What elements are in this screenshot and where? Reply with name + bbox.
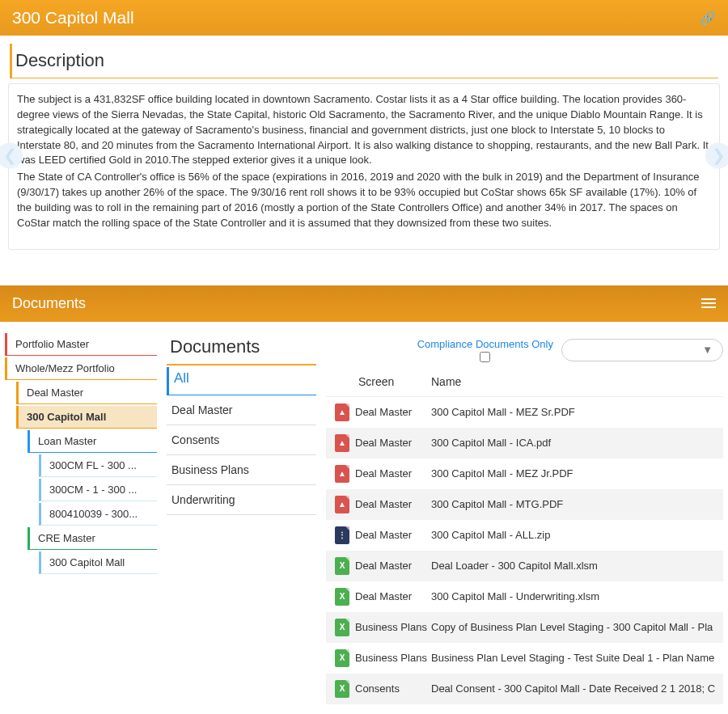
row-name: 300 Capitol Mall - MEZ Sr.PDF	[431, 406, 720, 418]
description-paragraph: The State of CA Controller's office is 5…	[17, 170, 711, 230]
tree-node[interactable]: 800410039 - 300...	[39, 503, 157, 526]
table-row[interactable]: XBusiness PlansBusiness Plan Level Stagi…	[326, 643, 723, 674]
tree-node[interactable]: Loan Master	[28, 430, 157, 453]
table-row[interactable]: XConsentsDeal Consent - 300 Capitol Mall…	[326, 674, 723, 704]
tree-node[interactable]: 300 Capitol Mall	[39, 551, 157, 574]
compliance-label: Compliance Documents Only	[417, 338, 553, 350]
search-input[interactable]: ▼	[561, 339, 723, 361]
tree-node[interactable]: 300CM - 1 - 300 ...	[39, 479, 157, 501]
link-icon[interactable]: 🔗	[700, 11, 716, 26]
page-header: 300 Capitol Mall 🔗	[0, 0, 728, 36]
tree-node[interactable]: 300 Capitol Mall	[16, 406, 157, 429]
row-name: Copy of Business Plan Level Staging - 30…	[431, 621, 720, 633]
row-screen: Deal Master	[355, 406, 431, 418]
description-panel: ❮ ❯ Description The subject is a 431,832…	[0, 36, 728, 266]
description-heading: Description	[10, 44, 718, 78]
row-name: Deal Consent - 300 Capitol Mall - Date R…	[431, 682, 720, 695]
row-name: 300 Capitol Mall - MTG.PDF	[431, 498, 720, 510]
row-screen: Business Plans	[355, 652, 431, 664]
file-icon: ▲	[329, 403, 355, 421]
file-icon: X	[329, 588, 355, 606]
row-name: Business Plan Level Staging - Test Suite…	[431, 652, 720, 664]
compliance-toggle[interactable]: Compliance Documents Only	[417, 338, 553, 362]
tree-node[interactable]: Whole/Mezz Portfolio	[5, 357, 157, 380]
file-icon: X	[329, 619, 355, 636]
table-row[interactable]: XDeal Master300 Capitol Mall - Underwrit…	[326, 581, 723, 612]
table-row[interactable]: ▲Deal Master300 Capitol Mall - ICA.pdf	[326, 428, 723, 458]
documents-panel-header: Documents	[0, 285, 728, 322]
category-item[interactable]: Underwriting	[167, 485, 316, 515]
file-icon: X	[329, 649, 355, 667]
compliance-checkbox[interactable]	[480, 352, 490, 362]
table-row[interactable]: XDeal MasterDeal Loader - 300 Capitol Ma…	[326, 551, 723, 581]
row-screen: Deal Master	[355, 560, 431, 572]
file-icon: X	[329, 557, 355, 575]
documents-main: Compliance Documents Only ▼ Screen Name …	[326, 330, 723, 710]
table-row[interactable]: ⋮Deal Master300 Capitol Mall - ALL.zip	[326, 520, 723, 551]
page-title: 300 Capitol Mall	[12, 8, 134, 27]
row-name: 300 Capitol Mall - Underwriting.xlsm	[431, 590, 720, 602]
row-screen: Deal Master	[355, 590, 431, 602]
column-header-screen[interactable]: Screen	[358, 375, 431, 388]
row-screen: Business Plans	[355, 621, 431, 633]
row-screen: Deal Master	[355, 437, 431, 449]
file-icon: ⋮	[329, 526, 355, 544]
documents-rows[interactable]: ▲Deal Master300 Capitol Mall - MEZ Sr.PD…	[326, 397, 723, 704]
tree-node[interactable]: Portfolio Master	[5, 333, 157, 356]
row-screen: Deal Master	[355, 529, 431, 541]
file-icon: ▲	[329, 434, 355, 452]
tree-node[interactable]: Deal Master	[16, 382, 157, 404]
table-header: Screen Name	[326, 367, 723, 397]
tree-node[interactable]: CRE Master	[28, 527, 157, 550]
tree-node[interactable]: 300CM FL - 300 ...	[39, 454, 157, 477]
category-column: Documents AllDeal MasterConsentsBusiness…	[167, 330, 316, 710]
table-row[interactable]: ▲Deal Master300 Capitol Mall - MEZ Sr.PD…	[326, 397, 723, 428]
row-screen: Deal Master	[355, 498, 431, 510]
category-item[interactable]: Consents	[167, 425, 316, 455]
file-icon: ▲	[329, 496, 355, 513]
documents-panel-title: Documents	[12, 295, 86, 312]
carousel-next-button[interactable]: ❯	[705, 143, 728, 169]
row-screen: Deal Master	[355, 467, 431, 480]
category-item[interactable]: All	[167, 367, 316, 395]
column-header-name[interactable]: Name	[431, 375, 723, 388]
filter-icon: ▼	[702, 344, 713, 356]
documents-body: Portfolio MasterWhole/Mezz PortfolioDeal…	[0, 322, 728, 710]
documents-inner-title: Documents	[167, 336, 316, 365]
table-row[interactable]: ▲Deal Master300 Capitol Mall - MTG.PDF	[326, 489, 723, 520]
navigation-tree: Portfolio MasterWhole/Mezz PortfolioDeal…	[5, 330, 157, 710]
row-name: Deal Loader - 300 Capitol Mall.xlsm	[431, 560, 720, 572]
description-body: The subject is a 431,832SF office buildi…	[8, 83, 720, 250]
row-name: 300 Capitol Mall - ALL.zip	[431, 529, 720, 541]
menu-icon[interactable]	[701, 298, 716, 308]
table-row[interactable]: ▲Deal Master300 Capitol Mall - MEZ Jr.PD…	[326, 458, 723, 489]
file-icon: X	[329, 680, 355, 698]
category-item[interactable]: Business Plans	[167, 455, 316, 485]
table-row[interactable]: XBusiness PlansCopy of Business Plan Lev…	[326, 612, 723, 643]
category-item[interactable]: Deal Master	[167, 395, 316, 425]
description-paragraph: The subject is a 431,832SF office buildi…	[17, 92, 711, 168]
row-screen: Consents	[355, 682, 431, 695]
file-icon: ▲	[329, 465, 355, 483]
row-name: 300 Capitol Mall - ICA.pdf	[431, 437, 720, 449]
row-name: 300 Capitol Mall - MEZ Jr.PDF	[431, 467, 720, 480]
